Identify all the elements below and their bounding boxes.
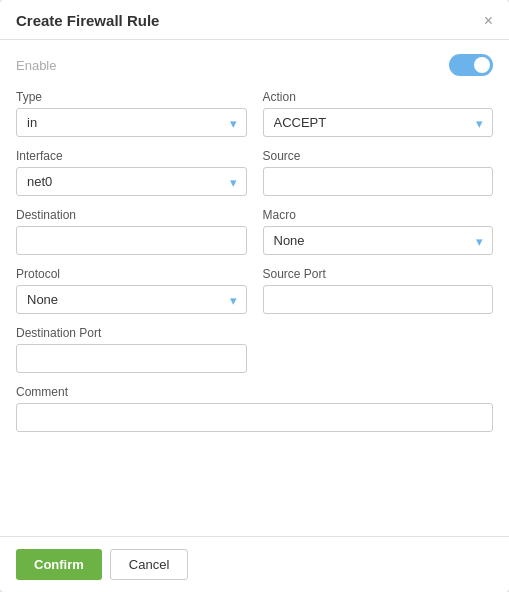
dialog-title: Create Firewall Rule bbox=[16, 12, 159, 29]
comment-label: Comment bbox=[16, 385, 493, 399]
destination-input[interactable] bbox=[16, 226, 247, 255]
create-firewall-rule-dialog: Create Firewall Rule × Enable Type in ou… bbox=[0, 0, 509, 592]
type-select[interactable]: in out forward bbox=[16, 108, 247, 137]
spacer bbox=[263, 326, 494, 373]
macro-group: Macro None bbox=[263, 208, 494, 255]
interface-group: Interface net0 net1 net2 bbox=[16, 149, 247, 196]
comment-input[interactable] bbox=[16, 403, 493, 432]
source-input[interactable] bbox=[263, 167, 494, 196]
protocol-label: Protocol bbox=[16, 267, 247, 281]
dialog-header: Create Firewall Rule × bbox=[0, 0, 509, 40]
interface-label: Interface bbox=[16, 149, 247, 163]
protocol-select-wrapper: None tcp udp icmp bbox=[16, 285, 247, 314]
destination-group: Destination bbox=[16, 208, 247, 255]
type-label: Type bbox=[16, 90, 247, 104]
dialog-body: Enable Type in out forward bbox=[0, 40, 509, 536]
comment-group: Comment bbox=[16, 385, 493, 432]
source-port-group: Source Port bbox=[263, 267, 494, 314]
protocol-select[interactable]: None tcp udp icmp bbox=[16, 285, 247, 314]
macro-select[interactable]: None bbox=[263, 226, 494, 255]
interface-select[interactable]: net0 net1 net2 bbox=[16, 167, 247, 196]
protocol-group: Protocol None tcp udp icmp bbox=[16, 267, 247, 314]
cancel-button[interactable]: Cancel bbox=[110, 549, 188, 580]
action-group: Action ACCEPT DROP REJECT bbox=[263, 90, 494, 137]
destination-port-label: Destination Port bbox=[16, 326, 247, 340]
macro-label: Macro bbox=[263, 208, 494, 222]
enable-label: Enable bbox=[16, 58, 56, 73]
toggle-slider bbox=[449, 54, 493, 76]
close-button[interactable]: × bbox=[484, 13, 493, 29]
source-port-label: Source Port bbox=[263, 267, 494, 281]
source-port-input[interactable] bbox=[263, 285, 494, 314]
dialog-footer: Confirm Cancel bbox=[0, 536, 509, 592]
macro-select-wrapper: None bbox=[263, 226, 494, 255]
source-label: Source bbox=[263, 149, 494, 163]
type-select-wrapper: in out forward bbox=[16, 108, 247, 137]
enable-row: Enable bbox=[16, 54, 493, 76]
interface-select-wrapper: net0 net1 net2 bbox=[16, 167, 247, 196]
destination-label: Destination bbox=[16, 208, 247, 222]
action-label: Action bbox=[263, 90, 494, 104]
action-select[interactable]: ACCEPT DROP REJECT bbox=[263, 108, 494, 137]
type-group: Type in out forward bbox=[16, 90, 247, 137]
action-select-wrapper: ACCEPT DROP REJECT bbox=[263, 108, 494, 137]
destination-port-input[interactable] bbox=[16, 344, 247, 373]
form-grid: Type in out forward Action ACCEPT DROP bbox=[16, 90, 493, 432]
confirm-button[interactable]: Confirm bbox=[16, 549, 102, 580]
enable-toggle[interactable] bbox=[449, 54, 493, 76]
source-group: Source bbox=[263, 149, 494, 196]
destination-port-group: Destination Port bbox=[16, 326, 247, 373]
